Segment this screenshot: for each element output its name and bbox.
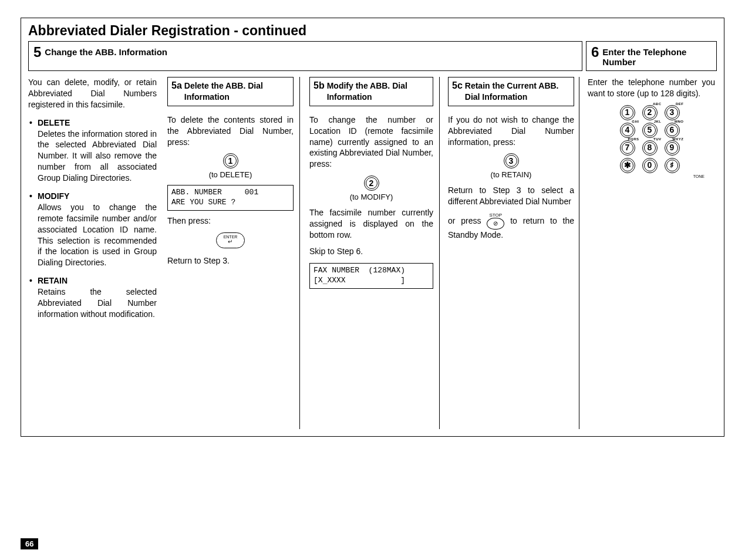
key-1-icon: 1: [223, 153, 238, 168]
column-6: Enter the telephone number you want to s…: [583, 77, 715, 429]
p-5c-3: or press STOP to return to the Standby M…: [448, 213, 574, 241]
header-row: 5 Change the ABB. Information 6 Enter th…: [28, 41, 717, 71]
p-5b-2: The facsimile number currently assigned …: [309, 207, 433, 241]
sub-num-5a: 5a: [171, 80, 182, 91]
option-retain: RETAIN Retains the selected Abbreviated …: [28, 275, 157, 320]
option-delete-text: Deletes the information stored in the se…: [38, 129, 157, 183]
outer-frame: Abbreviated Dialer Registration - contin…: [21, 18, 724, 437]
p-5c-3a: or press: [448, 216, 487, 225]
keypad-7: 7PQRS: [620, 140, 635, 156]
sub-header-5c: 5c Retain the Current ABB. Dial Informat…: [448, 77, 574, 106]
p-5c-2: Return to Step 3 to select a different A…: [448, 185, 574, 207]
step5-header: 5 Change the ABB. Information: [28, 41, 582, 71]
step6-title: Enter the Telephone Number: [602, 45, 712, 67]
keypad-6: 6MNO: [665, 123, 680, 138]
p-6-1: Enter the telephone number you want to s…: [588, 77, 715, 99]
keypad-0: 0: [642, 158, 658, 173]
p-5a-1: To delete the contents stored in the Abb…: [167, 114, 294, 148]
keypad-hash: ♯: [665, 158, 680, 173]
sub-header-5b: 5b Modify the ABB. Dial Information: [309, 77, 433, 106]
keypad-8: 8TUV: [642, 140, 658, 156]
stop-button-icon: [487, 218, 504, 230]
column-5b: 5b Modify the ABB. Dial Information To c…: [304, 77, 440, 429]
sub-title-5b: Modify the ABB. Dial Information: [327, 80, 429, 103]
p-5b-3: Skip to Step 6.: [309, 246, 433, 257]
enter-button-icon: ENTER ↵: [216, 232, 245, 248]
step5-title: Change the ABB. Information: [45, 45, 167, 57]
keypad-4: 4GHI: [620, 123, 635, 138]
page-number: 66: [21, 538, 38, 549]
keypad-5: 5JKL: [642, 123, 658, 138]
column-5a: 5a Delete the ABB. Dial Information To d…: [164, 77, 300, 429]
keypad-3: 3DEF: [665, 105, 680, 120]
p-5c-1: If you do not wish to change the Abbrevi…: [448, 114, 574, 148]
option-delete: DELETE Deletes the information stored in…: [28, 117, 157, 184]
keypad-2: 2ABC: [642, 105, 658, 120]
options-list: DELETE Deletes the information stored in…: [28, 117, 157, 320]
p-5b-1: To change the number or Location ID (rem…: [309, 114, 433, 170]
keypad-1: 1: [620, 105, 635, 120]
key-2-icon: 2: [364, 176, 379, 191]
p-5a-3: Return to Step 3.: [167, 255, 294, 266]
option-delete-title: DELETE: [38, 117, 157, 129]
option-modify: MODIFY Allows you to change the remote f…: [28, 191, 157, 268]
sub-num-5c: 5c: [452, 80, 463, 91]
tone-label: TONE: [588, 174, 715, 179]
column-5c: 5c Retain the Current ABB. Dial Informat…: [443, 77, 579, 429]
content-row: You can delete, modify, or retain Abbrev…: [28, 77, 717, 429]
option-modify-text: Allows you to change the remote facsimil…: [38, 203, 157, 267]
keypad-9: 9WXYZ: [665, 140, 680, 156]
main-title: Abbreviated Dialer Registration - contin…: [28, 23, 717, 39]
option-retain-text: Retains the selected Abbreviated Dial Nu…: [38, 287, 157, 319]
step6-number: 6: [591, 45, 599, 59]
key-3-icon: 3: [504, 153, 519, 168]
p-5a-2: Then press:: [167, 215, 294, 227]
option-retain-title: RETAIN: [38, 275, 157, 286]
enter-arrow-icon: ↵: [224, 239, 238, 245]
sub-num-5b: 5b: [313, 80, 325, 91]
key-3-label: (to RETAIN): [448, 170, 574, 180]
option-modify-title: MODIFY: [38, 191, 157, 202]
keypad-star: ✱: [620, 158, 635, 173]
intro-column: You can delete, modify, or retain Abbrev…: [28, 77, 160, 429]
step5-number: 5: [33, 45, 41, 59]
key-2-label: (to MODIFY): [309, 192, 433, 203]
lcd-5b: FAX NUMBER (128MAX) [X̲XXXX ]: [309, 263, 433, 289]
intro-text: You can delete, modify, or retain Abbrev…: [28, 77, 157, 110]
key-1-label: (to DELETE): [167, 170, 294, 180]
sub-title-5c: Retain the Current ABB. Dial Information: [465, 80, 570, 103]
stop-label: STOP: [487, 213, 504, 218]
sub-header-5a: 5a Delete the ABB. Dial Information: [167, 77, 294, 106]
sub-title-5a: Delete the ABB. Dial Information: [184, 80, 289, 103]
keypad-icon: 1 2ABC 3DEF 4GHI 5JKL 6MNO 7PQRS 8TUV 9W…: [588, 105, 715, 173]
step6-header: 6 Enter the Telephone Number: [586, 41, 717, 71]
lcd-5a: ABB. NUMBER 001 ARE YOU SURE ?: [167, 185, 294, 211]
